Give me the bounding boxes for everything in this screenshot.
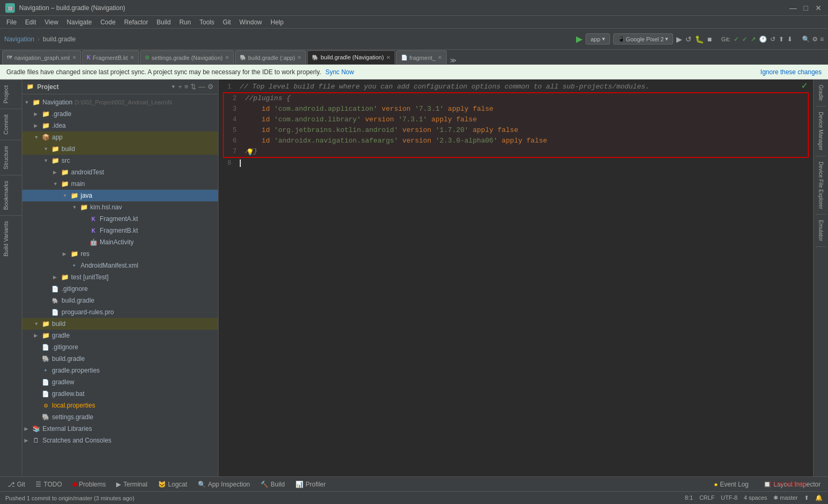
tree-item-gitignore-app[interactable]: ▶ 📄 .gitignore (22, 283, 218, 295)
todo-tab[interactable]: ☰ TODO (31, 479, 66, 490)
tree-item-test[interactable]: ▶ 📁 test [unitTest] (22, 271, 218, 283)
menu-item-help[interactable]: Help (267, 17, 287, 27)
tree-item-fragmentb[interactable]: ▶ K FragmentB.kt (22, 225, 218, 236)
tree-item-gradle[interactable]: ▶ 📁 gradle (22, 330, 218, 341)
maximize-button[interactable]: □ (801, 4, 810, 12)
notifications-icon[interactable]: 🔔 (815, 494, 823, 501)
debug-button[interactable]: 🐛 (695, 35, 704, 43)
git-history-icon[interactable]: 🕐 (759, 36, 767, 43)
tab-navgraph-close[interactable]: ✕ (72, 55, 76, 60)
build-tab[interactable]: 🔨 Build (256, 479, 289, 490)
encoding[interactable]: UTF-8 (721, 494, 737, 501)
tab-more-button[interactable]: ≫ (450, 57, 457, 64)
emulator-tab[interactable]: Emulator (816, 215, 826, 247)
menu-item-edit[interactable]: Edit (22, 17, 39, 27)
event-log-tab[interactable]: ● Event Log (710, 479, 753, 490)
project-settings-icon[interactable]: ⚙ (207, 83, 214, 91)
tree-item-dot-gradle[interactable]: ▶ 📁 .gradle (22, 108, 218, 120)
problems-tab[interactable]: Problems (68, 479, 110, 490)
build-variants-side-tab[interactable]: Build Variants (0, 215, 22, 262)
terminal-tab[interactable]: ▶ Terminal (112, 479, 151, 490)
tree-item-gradlew[interactable]: ▶ 📄 gradlew (22, 376, 218, 388)
tab-build-app-close[interactable]: ✕ (297, 55, 301, 60)
tab-fragmentb-close[interactable]: ✕ (130, 55, 134, 60)
project-side-tab[interactable]: Project (0, 79, 22, 109)
tab-fragment-close[interactable]: ✕ (438, 55, 442, 60)
line-ending[interactable]: CRLF (699, 494, 714, 501)
menu-item-file[interactable]: File (3, 17, 20, 27)
tree-item-fragmenta[interactable]: ▶ K FragmentA.kt (22, 213, 218, 225)
menu-item-refactor[interactable]: Refactor (121, 17, 151, 27)
tree-item-gradlew-bat[interactable]: ▶ 📄 gradlew.bat (22, 388, 218, 400)
tab-settings[interactable]: ⚙ settings.gradle (Navigation) ✕ (140, 50, 234, 64)
commit-side-tab[interactable]: Commit (0, 109, 22, 140)
device-selector[interactable]: 📱 Google Pixel 2 ▾ (613, 33, 674, 45)
tree-item-mainactivity[interactable]: ▶ 🤖 MainActivity (22, 236, 218, 248)
project-list-icon[interactable]: ≡ (184, 83, 188, 91)
tree-item-app-build[interactable]: ▼ 📁 build (22, 143, 218, 155)
menu-item-git[interactable]: Git (220, 17, 234, 27)
tree-item-package[interactable]: ▼ 📁 kim.hsl.nav (22, 201, 218, 213)
bookmarks-side-tab[interactable]: Bookmarks (0, 175, 22, 215)
logcat-tab[interactable]: 🐱 Logcat (154, 479, 191, 490)
project-add-icon[interactable]: + (178, 83, 182, 91)
tree-item-proguard[interactable]: ▶ 📄 proguard-rules.pro (22, 306, 218, 318)
tree-item-java[interactable]: ▼ 📁 java (22, 190, 218, 201)
tree-item-build-gradle-root[interactable]: ▶ 🐘 build.gradle (22, 353, 218, 365)
tree-item-manifest[interactable]: ▶ ✦ AndroidManifest.xml (22, 260, 218, 271)
tree-item-idea[interactable]: ▶ 📁 .idea (22, 120, 218, 131)
tree-item-scratches[interactable]: ▶ 🗒 Scratches and Consoles (22, 435, 218, 446)
minimize-button[interactable]: — (789, 4, 797, 12)
device-file-explorer-tab[interactable]: Device File Explorer (816, 156, 826, 215)
menu-item-code[interactable]: Code (97, 17, 119, 27)
menu-item-build[interactable]: Build (153, 17, 174, 27)
project-dropdown-icon[interactable]: ▾ (172, 83, 175, 90)
breadcrumb-file[interactable]: build.gradle (43, 36, 76, 43)
more-icon[interactable]: ≡ (820, 36, 824, 43)
indent-setting[interactable]: 4 spaces (744, 494, 767, 501)
tree-item-ext-libs[interactable]: ▶ 📚 External Libraries (22, 423, 218, 435)
tab-build-app[interactable]: 🐘 build.gradle (:app) ✕ (235, 50, 307, 64)
git-bottom-tab[interactable]: ⎇ Git (3, 479, 29, 490)
git-push-icon[interactable]: ⬆ (779, 36, 784, 43)
tree-item-settings-gradle[interactable]: ▶ 🐘 settings.gradle (22, 411, 218, 423)
tree-item-main[interactable]: ▼ 📁 main (22, 178, 218, 190)
git-undo-icon[interactable]: ↺ (770, 36, 775, 43)
git-pull-icon[interactable]: ⬇ (787, 36, 792, 43)
project-sort-icon[interactable]: ⇅ (190, 83, 196, 91)
tab-fragment[interactable]: 📄 fragment_ ✕ (396, 50, 447, 64)
menu-item-run[interactable]: Run (176, 17, 194, 27)
sync-now-button[interactable]: Sync Now (325, 68, 354, 76)
tab-build-nav-close[interactable]: ✕ (386, 55, 390, 60)
profiler-tab[interactable]: 📊 Profiler (291, 479, 330, 490)
menu-item-navigate[interactable]: Navigate (64, 17, 95, 27)
close-button[interactable]: ✕ (814, 4, 823, 12)
vcs-icon[interactable]: ⬆ (804, 494, 809, 501)
tab-settings-close[interactable]: ✕ (225, 55, 229, 60)
git-branch[interactable]: ✱ master (773, 494, 798, 501)
menu-item-window[interactable]: Window (236, 17, 265, 27)
tree-item-res[interactable]: ▶ 📁 res (22, 248, 218, 260)
tree-item-local-props[interactable]: ▶ ⚙ local.properties (22, 400, 218, 411)
ignore-changes-button[interactable]: Ignore these changes (761, 68, 822, 76)
stop-button[interactable]: ■ (707, 35, 711, 43)
tab-fragmentb[interactable]: K FragmentB.kt ✕ (82, 50, 139, 64)
tab-build-nav[interactable]: 🐘 build.gradle (Navigation) ✕ (307, 50, 395, 64)
search-icon[interactable]: 🔍 (802, 36, 810, 43)
device-manager-tab[interactable]: Device Manager (816, 107, 826, 156)
tree-item-src[interactable]: ▼ 📁 src (22, 155, 218, 166)
sync-button[interactable]: ↺ (685, 35, 692, 43)
code-editor[interactable]: 1 // Top level build file where you can … (219, 79, 813, 476)
lightbulb-icon[interactable]: 💡 (246, 147, 254, 158)
tree-item-gitignore-root[interactable]: ▶ 📄 .gitignore (22, 341, 218, 353)
project-collapse-icon[interactable]: — (198, 83, 205, 91)
menu-item-view[interactable]: View (41, 17, 62, 27)
breadcrumb-nav[interactable]: Navigation (4, 36, 34, 43)
tree-item-build-root[interactable]: ▼ 📁 build (22, 318, 218, 330)
play-button[interactable]: ▶ (676, 35, 682, 43)
gradle-right-tab[interactable]: Gradle (816, 79, 826, 107)
tree-item-androidtest[interactable]: ▶ 📁 androidTest (22, 166, 218, 178)
app-selector[interactable]: app ▾ (586, 33, 609, 45)
tree-item-navigation-root[interactable]: ▼ 📁 Navigation D:\002_Project\002_Androi… (22, 96, 218, 108)
cursor-position[interactable]: 8:1 (685, 494, 693, 501)
